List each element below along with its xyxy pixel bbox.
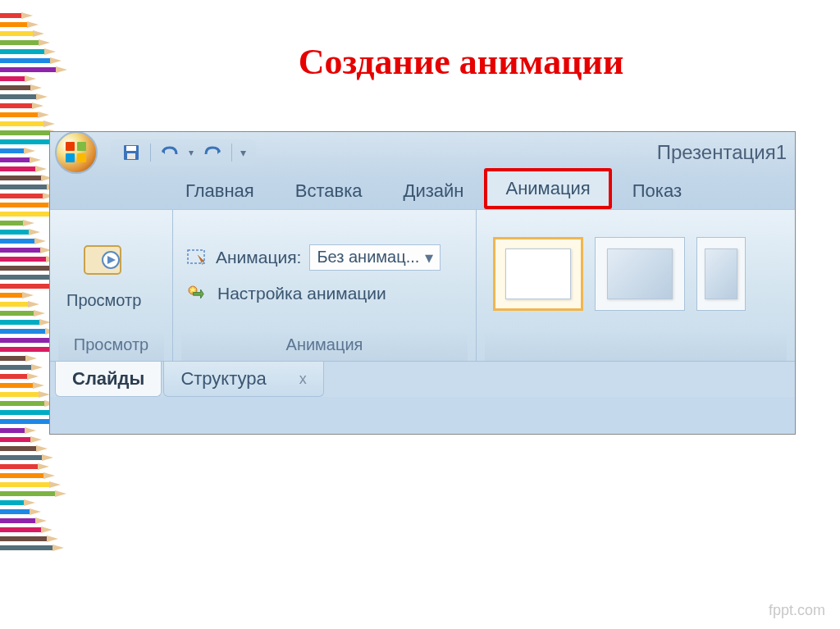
- svg-rect-2: [66, 153, 75, 162]
- preview-icon: [80, 237, 129, 286]
- tab-design[interactable]: Дизайн: [383, 171, 485, 211]
- save-icon: [122, 144, 140, 162]
- save-button[interactable]: [121, 142, 142, 163]
- custom-animation-icon: [186, 284, 209, 303]
- ribbon-tabs: Главная Вставка Дизайн Анимация Показ: [50, 173, 795, 209]
- undo-icon: [160, 144, 180, 161]
- tab-slideshow[interactable]: Показ: [612, 171, 702, 211]
- group-label-transitions: [485, 330, 787, 361]
- slide-title: Создание анимации: [115, 41, 807, 83]
- separator: [231, 144, 232, 162]
- office-button[interactable]: [55, 131, 98, 174]
- window-title: Презентация1: [657, 141, 787, 164]
- undo-dropdown-icon[interactable]: ▾: [189, 147, 194, 158]
- tab-slides[interactable]: Слайды: [55, 362, 162, 397]
- separator: [150, 144, 151, 162]
- svg-rect-5: [126, 146, 136, 151]
- svg-rect-6: [127, 153, 135, 159]
- custom-animation-button[interactable]: Настройка анимации: [186, 284, 441, 303]
- tab-insert[interactable]: Вставка: [275, 171, 383, 211]
- close-icon[interactable]: x: [299, 371, 307, 388]
- tab-home[interactable]: Главная: [165, 171, 275, 211]
- title-bar: ▾ ▾ Презентация1: [50, 132, 795, 173]
- office-logo-icon: [64, 140, 89, 165]
- transition-none[interactable]: [493, 237, 583, 311]
- group-label-preview: Просмотр: [58, 330, 164, 361]
- ribbon: Просмотр Просмотр Анимация:: [50, 209, 795, 361]
- ribbon-group-animation: Анимация: Без анимац... ▾: [173, 210, 477, 361]
- preview-label: Просмотр: [66, 291, 141, 310]
- transition-item[interactable]: [696, 237, 746, 311]
- svg-rect-3: [77, 153, 86, 162]
- animation-dropdown[interactable]: Без анимац... ▾: [309, 244, 441, 271]
- group-label-animation: Анимация: [181, 330, 468, 361]
- animation-selector-row: Анимация: Без анимац... ▾: [186, 244, 441, 271]
- tab-animation[interactable]: Анимация: [484, 168, 611, 209]
- tab-outline[interactable]: Структура x: [163, 362, 323, 397]
- qat-customize-icon[interactable]: ▾: [240, 146, 246, 159]
- powerpoint-screenshot: ▾ ▾ Презентация1 Главная Вставка Дизайн …: [49, 131, 796, 435]
- preview-button[interactable]: Просмотр: [58, 232, 149, 315]
- undo-button[interactable]: [159, 142, 180, 163]
- tab-slides-label: Слайды: [72, 368, 144, 390]
- pane-tabs: Слайды Структура x: [50, 361, 795, 397]
- ribbon-group-preview: Просмотр Просмотр: [50, 210, 173, 361]
- custom-animation-label: Настройка анимации: [217, 284, 386, 303]
- redo-button[interactable]: [202, 142, 223, 163]
- transition-item[interactable]: [595, 237, 685, 311]
- chevron-down-icon: ▾: [425, 248, 433, 267]
- svg-rect-0: [66, 142, 75, 151]
- transition-gallery: [485, 229, 754, 319]
- tab-outline-label: Структура: [180, 368, 266, 390]
- ribbon-group-transitions: [477, 210, 795, 361]
- svg-rect-1: [77, 142, 86, 151]
- redo-icon: [203, 144, 222, 161]
- watermark: fppt.com: [769, 602, 825, 619]
- animation-label: Анимация:: [216, 248, 301, 267]
- animation-select-icon: [186, 248, 208, 267]
- animation-value: Без анимац...: [317, 248, 419, 267]
- quick-access-toolbar: ▾ ▾: [111, 139, 256, 166]
